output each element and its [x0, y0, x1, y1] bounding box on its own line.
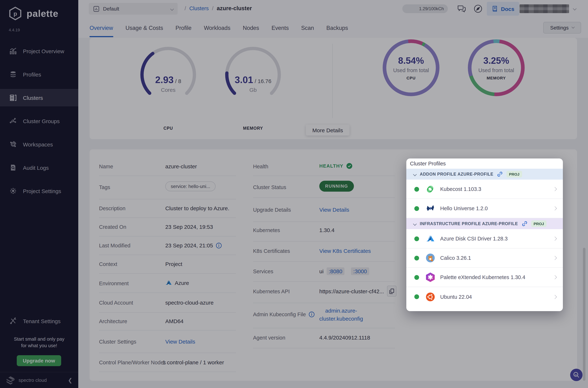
azure-disk-logo-icon	[426, 234, 435, 243]
pack-name: Azure Disk CSI Driver 1.28.3	[440, 236, 508, 242]
chevron-down-icon	[413, 172, 417, 176]
pack-name: Palette eXtended Kubernetes 1.30.4	[440, 274, 525, 280]
chevron-right-icon	[553, 187, 557, 191]
profile-pack-row-azure-disk[interactable]: Azure Disk CSI Driver 1.28.3	[406, 229, 563, 248]
profile-pack-row-calico[interactable]: Calico 3.26.1	[406, 248, 563, 268]
profile-pack-row-ubuntu[interactable]: Ubuntu 22.04	[406, 287, 563, 306]
app-window: p palette 4.4.19 Project Overview Profil…	[0, 0, 588, 388]
chevron-right-icon	[553, 237, 557, 241]
proj-badge: PROJ	[531, 220, 546, 227]
hello-universe-logo-icon	[426, 204, 435, 213]
chevron-down-icon	[413, 222, 417, 225]
status-dot-green	[414, 275, 419, 280]
status-dot-green	[414, 236, 419, 241]
addon-profile-name: ADDON PROFILE AZURE-PROFILE	[420, 172, 493, 176]
status-dot-green	[414, 187, 419, 192]
palette-kubernetes-logo-icon: ✱	[426, 272, 435, 282]
kubecost-logo-icon	[426, 184, 435, 194]
cluster-profiles-popup: Cluster Profiles ADDON PROFILE AZURE-PRO…	[406, 158, 563, 311]
infrastructure-profile-name: INFRASTRUCTURE PROFILE AZURE-PROFILE	[420, 221, 518, 226]
link-icon	[521, 221, 527, 227]
profile-pack-row-hello-universe[interactable]: Hello Universe 1.2.0	[406, 199, 563, 218]
chevron-right-icon	[553, 256, 557, 260]
proj-badge: PROJ	[506, 171, 522, 177]
link-icon	[497, 171, 503, 177]
pack-name: Ubuntu 22.04	[440, 294, 472, 300]
pack-name: Kubecost 1.103.3	[440, 186, 481, 192]
status-dot-green	[414, 256, 419, 260]
chevron-right-icon	[553, 206, 557, 211]
chevron-right-icon	[553, 275, 557, 279]
profile-pack-row-kubecost[interactable]: Kubecost 1.103.3	[406, 180, 563, 199]
pack-name: Hello Universe 1.2.0	[440, 205, 488, 211]
ubuntu-logo-icon	[426, 292, 435, 301]
chevron-right-icon	[553, 295, 557, 299]
calico-logo-icon	[426, 253, 435, 263]
status-dot-green	[414, 206, 419, 211]
infrastructure-profile-header[interactable]: INFRASTRUCTURE PROFILE AZURE-PROFILE PRO…	[406, 218, 563, 229]
popup-title: Cluster Profiles	[406, 158, 563, 169]
profile-pack-row-pxk[interactable]: ✱ Palette eXtended Kubernetes 1.30.4	[406, 268, 563, 287]
addon-profile-header[interactable]: ADDON PROFILE AZURE-PROFILE PROJ	[406, 169, 563, 180]
page-scrollbar-thumb[interactable]	[583, 248, 586, 381]
status-dot-green	[414, 294, 419, 299]
pack-name: Calico 3.26.1	[440, 255, 471, 261]
